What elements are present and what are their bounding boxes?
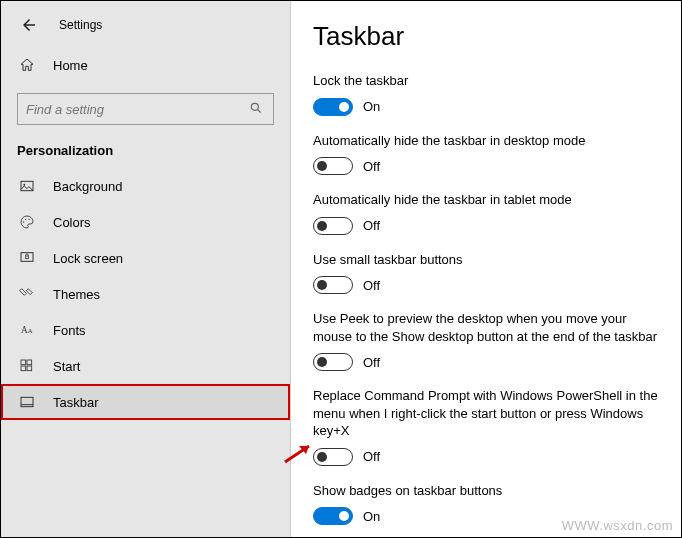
svg-rect-13 [21,366,26,371]
back-arrow-icon [20,16,38,34]
window-title: Settings [59,18,102,32]
svg-rect-12 [27,360,32,365]
toggle-knob [317,221,327,231]
nav-item-start[interactable]: Start [1,348,290,384]
page-title: Taskbar [313,21,659,52]
setting-label: Use small taskbar buttons [313,251,659,269]
toggle-autohide-tablet[interactable] [313,217,353,235]
themes-icon [17,286,37,302]
home-icon [17,57,37,73]
toggle-knob [317,280,327,290]
topbar: Settings [1,1,290,47]
setting-label: Use Peek to preview the desktop when you… [313,310,659,345]
fonts-icon: AA [17,322,37,338]
start-icon [17,358,37,374]
nav-home[interactable]: Home [1,47,290,83]
toggle-state: Off [363,355,380,370]
watermark: WWW.wsxdn.com [562,518,673,533]
setting-label: Automatically hide the taskbar in deskto… [313,132,659,150]
nav-item-label: Fonts [53,323,86,338]
picture-icon [17,178,37,194]
setting-label: Automatically hide the taskbar in tablet… [313,191,659,209]
nav-list: Background Colors Lock screen Themes AA … [1,168,290,420]
nav-item-background[interactable]: Background [1,168,290,204]
nav-item-themes[interactable]: Themes [1,276,290,312]
svg-rect-8 [26,256,29,259]
setting-autohide-tablet: Automatically hide the taskbar in tablet… [313,191,659,235]
svg-text:A: A [28,327,33,334]
svg-point-4 [23,221,24,222]
toggle-knob [317,452,327,462]
toggle-state: Off [363,449,380,464]
toggle-lock[interactable] [313,98,353,116]
toggle-state: On [363,509,380,524]
category-header: Personalization [1,137,290,168]
setting-label: Show badges on taskbar buttons [313,482,659,500]
setting-small-buttons: Use small taskbar buttons Off [313,251,659,295]
nav-item-taskbar[interactable]: Taskbar [1,384,290,420]
nav-item-fonts[interactable]: AA Fonts [1,312,290,348]
setting-autohide-desktop: Automatically hide the taskbar in deskto… [313,132,659,176]
toggle-knob [317,161,327,171]
setting-label: Lock the taskbar [313,72,659,90]
toggle-state: Off [363,278,380,293]
setting-lock: Lock the taskbar On [313,72,659,116]
sidebar: Settings Home Personalization Background… [1,1,291,537]
nav-item-label: Lock screen [53,251,123,266]
svg-point-0 [251,103,258,110]
back-button[interactable] [17,13,41,37]
search-icon [249,101,265,118]
nav-home-label: Home [53,58,88,73]
toggle-knob [339,102,349,112]
toggle-autohide-desktop[interactable] [313,157,353,175]
toggle-knob [339,511,349,521]
taskbar-icon [17,394,37,410]
svg-rect-14 [27,366,32,371]
svg-line-1 [258,109,261,112]
palette-icon [17,214,37,230]
svg-rect-15 [21,397,33,406]
toggle-knob [317,357,327,367]
lock-icon [17,250,37,266]
svg-point-5 [25,219,26,220]
search-input[interactable] [26,102,249,117]
toggle-state: Off [363,159,380,174]
nav-item-label: Colors [53,215,91,230]
setting-powershell: Replace Command Prompt with Windows Powe… [313,387,659,466]
toggle-state: Off [363,218,380,233]
toggle-state: On [363,99,380,114]
content-pane: Taskbar Lock the taskbar On Automaticall… [291,1,681,537]
search-box[interactable] [17,93,274,125]
toggle-peek[interactable] [313,353,353,371]
nav-item-label: Start [53,359,80,374]
setting-peek: Use Peek to preview the desktop when you… [313,310,659,371]
svg-rect-11 [21,360,26,365]
nav-item-colors[interactable]: Colors [1,204,290,240]
nav-item-label: Taskbar [53,395,99,410]
svg-text:A: A [21,325,28,335]
nav-item-lockscreen[interactable]: Lock screen [1,240,290,276]
nav-item-label: Themes [53,287,100,302]
toggle-small-buttons[interactable] [313,276,353,294]
toggle-badges[interactable] [313,507,353,525]
nav-item-label: Background [53,179,122,194]
toggle-powershell[interactable] [313,448,353,466]
svg-point-6 [28,219,29,220]
setting-label: Replace Command Prompt with Windows Powe… [313,387,659,440]
